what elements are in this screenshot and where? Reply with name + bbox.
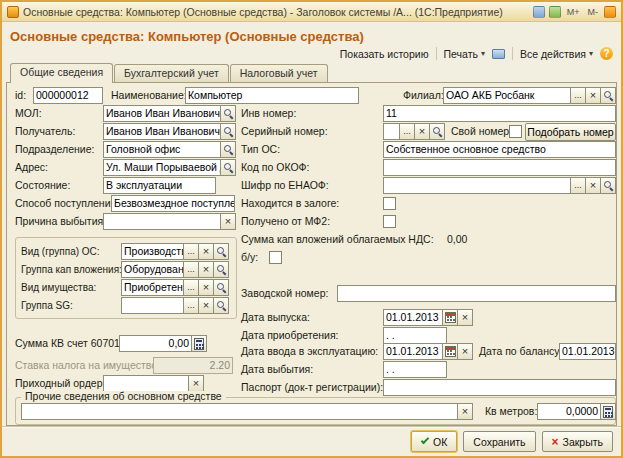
branch-clear-button[interactable]: × bbox=[586, 87, 601, 104]
commissioning-date-calendar-button[interactable] bbox=[443, 343, 458, 360]
release-date-input[interactable]: 01.01.2013 bbox=[383, 309, 443, 326]
disposal-reason-clear-button[interactable]: × bbox=[221, 213, 236, 230]
sq-meters-label: Кв метров: bbox=[485, 403, 537, 420]
enaof-input[interactable] bbox=[383, 177, 571, 194]
memory-minus-button[interactable]: М- bbox=[586, 7, 601, 17]
state-input[interactable]: В эксплуатации bbox=[103, 177, 216, 194]
clear-icon: × bbox=[203, 264, 209, 275]
address-lookup-button[interactable] bbox=[221, 159, 236, 176]
memory-plus-button[interactable]: М+ bbox=[565, 7, 582, 17]
passport-input[interactable] bbox=[383, 379, 616, 396]
separator bbox=[512, 47, 513, 60]
commissioning-date-clear-button[interactable]: × bbox=[458, 343, 473, 360]
branch-select-button[interactable]: ... bbox=[571, 87, 586, 104]
address-field: Ул. Маши Порываевой д.34 bbox=[103, 159, 236, 176]
mol-input[interactable]: Иванов Иван Иванович bbox=[103, 105, 221, 122]
all-actions-button[interactable]: Все действия▾ bbox=[520, 48, 593, 60]
info-icon[interactable] bbox=[604, 6, 616, 18]
receiver-input[interactable]: Иванов Иван Иванович bbox=[103, 123, 221, 140]
commissioning-date-input[interactable]: 01.01.2013 bbox=[383, 343, 443, 360]
own-number-checkbox[interactable] bbox=[509, 125, 522, 138]
os-type-input[interactable]: Собственное основное средство bbox=[383, 141, 616, 158]
os-group-clear-button[interactable]: × bbox=[199, 243, 214, 260]
branch-field: ОАО АКБ Росбанк ... × bbox=[443, 87, 616, 104]
name-input[interactable]: Компьютер bbox=[185, 87, 359, 104]
receipt-method-input[interactable]: Безвозмездное поступление bbox=[111, 195, 235, 212]
group-sg-select-button[interactable]: ... bbox=[184, 297, 199, 314]
enaof-clear-button[interactable]: × bbox=[586, 177, 601, 194]
sq-meters-input[interactable]: 0,0000 bbox=[537, 403, 601, 420]
mol-label: МОЛ: bbox=[15, 105, 42, 122]
ok-button[interactable]: ОК bbox=[411, 431, 457, 452]
property-kind-input[interactable]: Приобретение основн bbox=[121, 279, 184, 296]
balance-date-input[interactable]: 01.01.2013 bbox=[559, 343, 616, 360]
window-title: Основные средства: Компьютер (Основные с… bbox=[23, 6, 529, 18]
id-input[interactable]: 000000012 bbox=[33, 87, 103, 104]
group-sg-clear-button[interactable]: × bbox=[199, 297, 214, 314]
mol-lookup-button[interactable] bbox=[221, 105, 236, 122]
serial-lookup-button[interactable] bbox=[430, 123, 445, 140]
receipt-method-field: Безвозмездное поступление bbox=[111, 195, 235, 212]
group-sg-lookup-button[interactable] bbox=[214, 297, 229, 314]
cap-invest-group-clear-button[interactable]: × bbox=[199, 261, 214, 278]
used-checkbox[interactable] bbox=[269, 251, 282, 264]
cap-invest-group-input[interactable]: Оборудование bbox=[121, 261, 184, 278]
enaof-lookup-button[interactable] bbox=[601, 177, 616, 194]
other-info-clear-button[interactable]: × bbox=[458, 403, 473, 420]
tab-tax[interactable]: Налоговый учет bbox=[230, 64, 328, 82]
calculator-icon bbox=[194, 338, 204, 350]
calendar-icon bbox=[445, 346, 456, 357]
serial-clear-button[interactable]: × bbox=[415, 123, 430, 140]
acquisition-date-input[interactable]: . . bbox=[383, 327, 447, 344]
disposal-reason-input[interactable] bbox=[103, 213, 221, 230]
okof-input[interactable] bbox=[383, 159, 616, 176]
enaof-select-button[interactable]: ... bbox=[571, 177, 586, 194]
sq-meters-calc-button[interactable] bbox=[601, 403, 616, 420]
disposal-date-input[interactable]: . . bbox=[383, 361, 447, 378]
received-mf2-checkbox[interactable] bbox=[383, 215, 396, 228]
property-kind-clear-button[interactable]: × bbox=[199, 279, 214, 296]
address-input[interactable]: Ул. Маши Порываевой д.34 bbox=[103, 159, 221, 176]
os-group-lookup-button[interactable] bbox=[214, 243, 229, 260]
kv-account-sum-calc-button[interactable] bbox=[192, 335, 207, 352]
cap-invest-vat-value: 0,00 bbox=[447, 231, 467, 248]
release-date-clear-button[interactable]: × bbox=[458, 309, 473, 326]
branch-lookup-button[interactable] bbox=[601, 87, 616, 104]
department-input[interactable]: Головной офис bbox=[103, 141, 221, 158]
serial-number-field: ... × bbox=[383, 123, 445, 140]
show-history-button[interactable]: Показать историю bbox=[340, 48, 429, 60]
property-kind-lookup-button[interactable] bbox=[214, 279, 229, 296]
calendar-icon[interactable] bbox=[533, 6, 545, 18]
help-button[interactable]: ? bbox=[600, 47, 613, 60]
tab-general[interactable]: Общие сведения bbox=[10, 63, 113, 83]
property-tax-rate-value: 2.20 bbox=[153, 357, 233, 374]
serial-select-button[interactable]: ... bbox=[400, 123, 415, 140]
receiver-lookup-button[interactable] bbox=[221, 123, 236, 140]
department-lookup-button[interactable] bbox=[221, 141, 236, 158]
envelope-icon[interactable] bbox=[492, 49, 505, 59]
pick-number-button[interactable]: Подобрать номер bbox=[525, 123, 616, 141]
mol-field: Иванов Иван Иванович bbox=[103, 105, 236, 122]
factory-number-input[interactable] bbox=[337, 285, 616, 302]
release-date-calendar-button[interactable] bbox=[443, 309, 458, 326]
save-button[interactable]: Сохранить bbox=[463, 431, 535, 452]
tab-accounting[interactable]: Бухгалтерский учет bbox=[114, 64, 229, 82]
print-button[interactable]: Печать▾ bbox=[444, 48, 485, 60]
cap-invest-group-select-button[interactable]: ... bbox=[184, 261, 199, 278]
close-button[interactable]: ×Закрыть bbox=[542, 431, 613, 452]
other-info-input[interactable] bbox=[21, 403, 458, 420]
pledged-checkbox[interactable] bbox=[383, 197, 396, 210]
os-group-select-button[interactable]: ... bbox=[184, 243, 199, 260]
received-mf2-label: Получено от МФ2: bbox=[241, 213, 330, 230]
magnifier-icon bbox=[216, 246, 227, 257]
branch-input[interactable]: ОАО АКБ Росбанк bbox=[443, 87, 571, 104]
cap-invest-group-lookup-button[interactable] bbox=[214, 261, 229, 278]
serial-number-input[interactable] bbox=[383, 123, 400, 140]
kv-account-sum-input[interactable]: 0,00 bbox=[119, 335, 192, 352]
cap-invest-group-field: Оборудование ... × bbox=[121, 261, 229, 278]
group-sg-input[interactable] bbox=[121, 297, 184, 314]
inv-number-input[interactable]: 11 bbox=[383, 105, 616, 122]
calculator-icon[interactable] bbox=[549, 6, 561, 18]
os-group-input[interactable]: Производственный и х bbox=[121, 243, 184, 260]
property-kind-select-button[interactable]: ... bbox=[184, 279, 199, 296]
